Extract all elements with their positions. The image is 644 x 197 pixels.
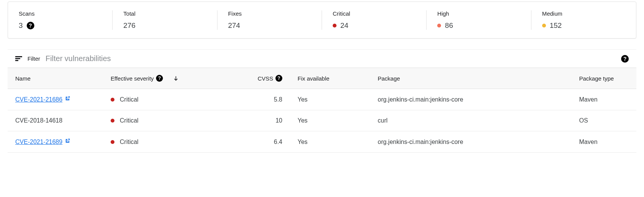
severity-dot-medium-icon bbox=[542, 24, 546, 27]
package-type: Maven bbox=[572, 89, 636, 110]
filter-label: Filter bbox=[27, 55, 40, 62]
fix-available: Yes bbox=[290, 131, 370, 153]
table-row: CVE-2021-21686Critical5.8Yesorg.jenkins-… bbox=[8, 89, 636, 110]
package-type: OS bbox=[572, 110, 636, 131]
external-link-icon[interactable] bbox=[65, 138, 70, 145]
filter-bar: Filter ? bbox=[8, 49, 636, 68]
filter-icon[interactable] bbox=[15, 56, 22, 61]
severity-dot-high-icon bbox=[437, 24, 441, 27]
col-severity[interactable]: Effective severity ? bbox=[103, 68, 229, 89]
cve-link[interactable]: CVE-2021-21689 bbox=[15, 139, 63, 145]
package-name: org.jenkins-ci.main:jenkins-core bbox=[370, 89, 572, 110]
help-icon[interactable]: ? bbox=[275, 75, 282, 82]
severity-label: Critical bbox=[120, 139, 138, 145]
cvss-value: 10 bbox=[229, 110, 290, 131]
fix-available: Yes bbox=[290, 110, 370, 131]
stat-total-value: 276 bbox=[123, 21, 135, 30]
stat-total-label: Total bbox=[123, 10, 206, 17]
stat-high-value: 86 bbox=[445, 21, 453, 30]
stat-fixes: Fixes 274 bbox=[217, 2, 322, 38]
cve-name: CVE-2018-14618 bbox=[8, 110, 103, 131]
col-name[interactable]: Name bbox=[8, 68, 103, 89]
severity-dot-critical-icon bbox=[333, 24, 336, 27]
stat-total: Total 276 bbox=[113, 2, 217, 38]
stat-critical-value: 24 bbox=[340, 21, 348, 30]
stat-medium-value: 152 bbox=[550, 21, 562, 30]
stat-fixes-label: Fixes bbox=[228, 10, 311, 17]
stat-fixes-value: 274 bbox=[228, 21, 240, 30]
filter-input[interactable] bbox=[45, 54, 616, 63]
table-row: CVE-2021-21689Critical6.4Yesorg.jenkins-… bbox=[8, 131, 636, 153]
stat-scans-label: Scans bbox=[19, 10, 102, 17]
severity-label: Critical bbox=[120, 117, 138, 124]
stats-card: Scans 3 ? Total 276 Fixes 274 Critical 2… bbox=[8, 2, 636, 39]
fix-available: Yes bbox=[290, 89, 370, 110]
cvss-value: 5.8 bbox=[229, 89, 290, 110]
vulnerabilities-table: Name Effective severity ? CVSS ? Fix av bbox=[8, 68, 636, 153]
external-link-icon[interactable] bbox=[65, 96, 70, 103]
stat-scans: Scans 3 ? bbox=[8, 2, 113, 38]
col-cvss[interactable]: CVSS ? bbox=[229, 68, 290, 89]
severity-dot-icon bbox=[111, 140, 114, 144]
help-icon[interactable]: ? bbox=[27, 22, 34, 29]
sort-descending-icon bbox=[173, 75, 179, 81]
stat-medium-label: Medium bbox=[542, 10, 625, 17]
severity-dot-icon bbox=[111, 119, 114, 123]
stat-medium: Medium 152 bbox=[531, 2, 636, 38]
col-package[interactable]: Package bbox=[370, 68, 572, 89]
package-type: Maven bbox=[572, 131, 636, 153]
stat-critical-label: Critical bbox=[333, 10, 416, 17]
stat-high-label: High bbox=[437, 10, 520, 17]
severity-label: Critical bbox=[120, 96, 138, 103]
col-fix[interactable]: Fix available bbox=[290, 68, 370, 89]
help-icon[interactable]: ? bbox=[621, 55, 629, 63]
stat-high: High 86 bbox=[427, 2, 531, 38]
package-name: curl bbox=[370, 110, 572, 131]
table-row: CVE-2018-14618Critical10YescurlOS bbox=[8, 110, 636, 131]
help-icon[interactable]: ? bbox=[156, 75, 163, 82]
stat-scans-value: 3 bbox=[19, 21, 23, 30]
package-name: org.jenkins-ci.main:jenkins-core bbox=[370, 131, 572, 153]
cve-link[interactable]: CVE-2021-21686 bbox=[15, 96, 63, 103]
col-ptype[interactable]: Package type bbox=[572, 68, 636, 89]
severity-dot-icon bbox=[111, 98, 114, 102]
cvss-value: 6.4 bbox=[229, 131, 290, 153]
stat-critical: Critical 24 bbox=[322, 2, 427, 38]
